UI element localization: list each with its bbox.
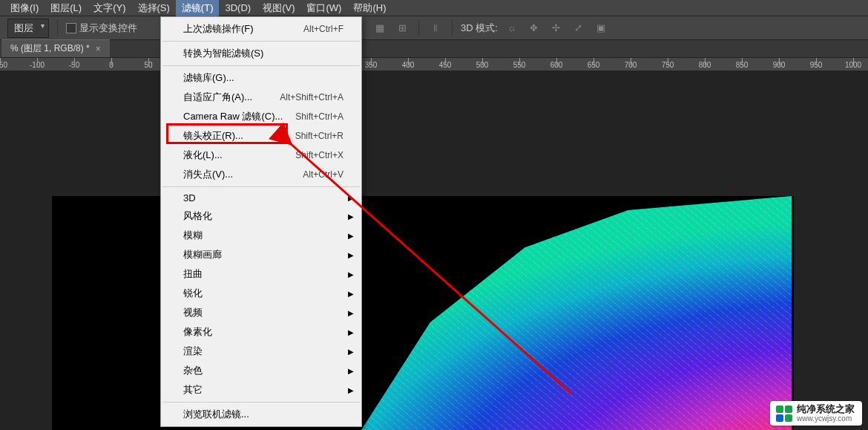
chevron-right-icon: ▶ — [348, 367, 354, 375]
menu-shortcut: Alt+Ctrl+F — [303, 24, 343, 34]
menu-label: 其它 — [183, 383, 203, 397]
menu-browse-online[interactable]: 浏览联机滤镜... — [161, 405, 361, 424]
chevron-right-icon: ▶ — [348, 328, 354, 336]
menu-submenu[interactable]: 其它▶ — [161, 380, 361, 400]
watermark-url: www.ycwjsy.com — [797, 415, 855, 423]
menu-item[interactable]: 滤镜(T) — [176, 0, 220, 16]
menu-separator — [162, 186, 360, 187]
menu-label: 杂色 — [183, 364, 203, 377]
chevron-right-icon: ▶ — [348, 386, 354, 394]
menu-submenu[interactable]: 视频▶ — [161, 303, 361, 322]
align-icon[interactable]: ⊞ — [394, 20, 410, 36]
menu-submenu[interactable]: 风格化▶ — [161, 206, 361, 226]
menu-item[interactable]: 图像(I) — [4, 0, 45, 16]
menu-submenu[interactable]: 杂色▶ — [161, 361, 361, 380]
menu-item[interactable]: 自适应广角(A)...Alt+Shift+Ctrl+A — [161, 88, 361, 107]
menu-label: 消失点(V)... — [183, 168, 233, 181]
menu-submenu[interactable]: 模糊画廊▶ — [161, 245, 361, 264]
menu-label: 模糊 — [183, 229, 203, 242]
scale-icon[interactable]: ⤢ — [571, 20, 587, 36]
menu-item[interactable]: 镜头校正(R)...Shift+Ctrl+R — [161, 126, 361, 146]
menu-label: 风格化 — [183, 209, 212, 223]
menu-submenu[interactable]: 渲染▶ — [161, 342, 361, 361]
menu-label: 上次滤镜操作(F) — [183, 22, 254, 36]
menu-label: 转换为智能滤镜(S) — [183, 47, 263, 60]
watermark: 纯净系统之家 www.ycwjsy.com — [770, 401, 862, 426]
camera-icon[interactable]: ▣ — [593, 20, 609, 36]
menu-item[interactable]: 消失点(V)...Alt+Ctrl+V — [161, 165, 361, 184]
menu-label: 模糊画廊 — [183, 248, 222, 261]
menu-label: 滤镜库(G)... — [183, 71, 234, 85]
menu-label: 视频 — [183, 306, 203, 319]
menu-shortcut: Shift+Ctrl+X — [295, 150, 343, 160]
menu-submenu[interactable]: 3D▶ — [161, 189, 361, 206]
chevron-right-icon: ▶ — [348, 251, 354, 259]
menu-label: 扭曲 — [183, 267, 203, 281]
menu-item[interactable]: 文字(Y) — [88, 0, 131, 16]
orbit-icon[interactable]: ☼ — [504, 20, 520, 36]
menu-item[interactable]: 滤镜库(G)... — [161, 68, 361, 88]
menu-shortcut: Shift+Ctrl+R — [295, 131, 343, 141]
chevron-right-icon: ▶ — [348, 290, 354, 298]
chevron-right-icon: ▶ — [348, 270, 354, 278]
move-icon[interactable]: ✢ — [548, 20, 565, 36]
menu-separator — [162, 41, 360, 42]
separator — [57, 20, 58, 36]
menu-shortcut: Shift+Ctrl+A — [295, 111, 343, 122]
menu-shortcut: Alt+Shift+Ctrl+A — [280, 92, 343, 102]
menu-item[interactable]: 液化(L)...Shift+Ctrl+X — [161, 146, 361, 165]
menu-label: 自适应广角(A)... — [183, 91, 252, 104]
menu-label: Camera Raw 滤镜(C)... — [183, 110, 283, 123]
menu-item[interactable]: 窗口(W) — [300, 0, 347, 16]
chevron-right-icon: ▶ — [348, 194, 354, 202]
ruler-horizontal: -150-100-5005010015020025030035040045050… — [0, 58, 868, 71]
menu-label: 锐化 — [183, 287, 203, 300]
close-icon[interactable]: × — [96, 44, 101, 54]
separator — [452, 20, 453, 36]
menu-label: 浏览联机滤镜... — [183, 408, 249, 421]
distribute-icon[interactable]: ⫴ — [427, 20, 444, 36]
separator — [418, 20, 419, 36]
menu-label: 液化(L)... — [183, 149, 223, 162]
menu-item[interactable]: Camera Raw 滤镜(C)...Shift+Ctrl+A — [161, 107, 361, 126]
menu-submenu[interactable]: 扭曲▶ — [161, 264, 361, 284]
menu-separator — [162, 65, 360, 66]
menu-separator — [162, 402, 360, 403]
watermark-title: 纯净系统之家 — [797, 404, 855, 414]
menu-smart-filter[interactable]: 转换为智能滤镜(S) — [161, 44, 361, 63]
checkbox-label: 显示变换控件 — [79, 22, 137, 35]
menu-item[interactable]: 视图(V) — [257, 0, 300, 16]
menu-label: 镜头校正(R)... — [183, 129, 243, 143]
pan-icon[interactable]: ✥ — [526, 20, 542, 36]
document-tab[interactable]: % (图层 1, RGB/8) * × — [1, 39, 110, 57]
menu-item[interactable]: 图层(L) — [45, 0, 88, 16]
show-transform-checkbox[interactable]: 显示变换控件 — [66, 22, 137, 35]
checkbox-icon — [66, 23, 76, 33]
menu-submenu[interactable]: 锐化▶ — [161, 284, 361, 303]
tab-title: % (图层 1, RGB/8) * — [10, 42, 90, 55]
filter-menu: 上次滤镜操作(F) Alt+Ctrl+F 转换为智能滤镜(S) 滤镜库(G)..… — [160, 16, 362, 427]
menu-shortcut: Alt+Ctrl+V — [303, 169, 343, 180]
menu-submenu[interactable]: 像素化▶ — [161, 322, 361, 342]
chevron-right-icon: ▶ — [348, 232, 354, 240]
chevron-right-icon: ▶ — [348, 212, 354, 221]
align-icon[interactable]: ▦ — [372, 20, 388, 36]
document-tab-bar: % (图层 1, RGB/8) * × — [0, 40, 868, 58]
menu-submenu[interactable]: 模糊▶ — [161, 226, 361, 245]
menu-item[interactable]: 3D(D) — [219, 1, 257, 15]
watermark-logo-icon — [776, 405, 792, 422]
menu-label: 渲染 — [183, 345, 203, 358]
menu-item[interactable]: 帮助(H) — [347, 0, 392, 16]
menu-last-filter[interactable]: 上次滤镜操作(F) Alt+Ctrl+F — [161, 19, 361, 39]
layer-dropdown[interactable]: 图层 — [7, 19, 49, 38]
menu-label: 3D — [183, 192, 196, 203]
menubar: 图像(I)图层(L)文字(Y)选择(S)滤镜(T)3D(D)视图(V)窗口(W)… — [0, 0, 868, 16]
chevron-right-icon: ▶ — [348, 348, 354, 356]
menu-label: 像素化 — [183, 325, 212, 339]
options-bar: 图层 显示变换控件 ▦ ⊞ ⫴ 3D 模式: ☼ ✥ ✢ ⤢ ▣ — [0, 16, 868, 40]
mode-label: 3D 模式: — [461, 22, 498, 35]
menu-item[interactable]: 选择(S) — [132, 0, 176, 16]
chevron-right-icon: ▶ — [348, 309, 354, 317]
